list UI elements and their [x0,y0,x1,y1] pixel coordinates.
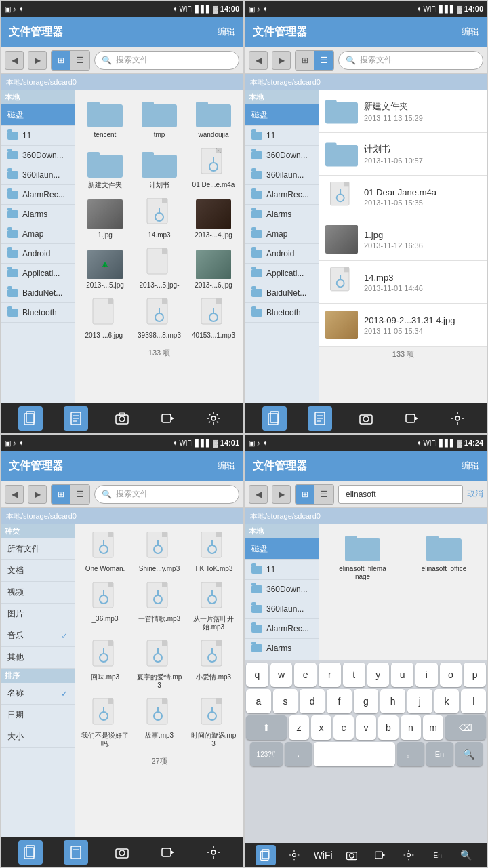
list-view-button[interactable]: ☰ [314,485,333,504]
list-item[interactable]: 计划书 [134,144,185,192]
key-shift[interactable]: ⬆ [246,715,287,740]
key-m[interactable]: m [423,715,443,740]
key-z[interactable]: z [289,715,309,740]
sidebar-item-alarmrec[interactable]: AlarmRec... [245,185,319,205]
sidebar-item-allfiles[interactable]: 所有文件 [1,538,75,560]
forward-button[interactable]: ▶ [28,485,47,504]
edit-button[interactable]: 编辑 [218,26,235,38]
list-item[interactable]: 回味.mp3 [79,637,131,692]
key-o[interactable]: o [440,663,462,687]
settings-button[interactable] [201,840,226,865]
sidebar-item-360ilaun[interactable]: 360ilaun... [1,165,75,185]
list-item[interactable]: 40153...1.mp3 [188,295,239,342]
camera-button[interactable] [110,406,134,431]
key-a[interactable]: a [246,689,271,713]
list-view-button[interactable]: ☰ [314,51,333,70]
key-y[interactable]: y [367,663,390,687]
sidebar-item-name[interactable]: 名称 ✓ [1,683,75,705]
back-button[interactable]: ◀ [5,485,24,504]
key-v[interactable]: v [356,715,376,740]
search-input-active[interactable]: elinasoft [338,485,463,504]
edit-button[interactable]: 编辑 [462,26,479,38]
sidebar-item-amap[interactable]: Amap [245,224,319,244]
sidebar-item-bluetooth[interactable]: Bluetooth [1,303,75,323]
sidebar-item-docs[interactable]: 文档 [1,560,75,582]
list-view-button[interactable]: ☰ [70,51,89,70]
key-g[interactable]: g [354,689,379,713]
key-period[interactable]: 。 [397,742,424,766]
sidebar-item-baidunet[interactable]: BaiduNet... [1,283,75,303]
edit-button[interactable]: 编辑 [462,460,479,472]
sidebar-item-360ilaun[interactable]: 360ilaun... [245,165,319,185]
back-button[interactable]: ◀ [5,51,24,70]
sidebar-item-other[interactable]: 其他 [1,647,75,669]
sidebar-item-alarms[interactable]: Alarms [245,639,319,658]
files-button[interactable] [256,845,276,865]
key-w[interactable]: w [270,663,293,687]
list-item[interactable]: 2013-...5.jpg- [134,245,185,292]
camera-button[interactable] [342,845,362,865]
grid-view-button[interactable]: ⊞ [52,51,70,70]
video-button[interactable] [370,845,390,865]
docs-button[interactable] [308,406,332,431]
sidebar-item-11[interactable]: 11 [245,560,319,580]
sidebar-item-images[interactable]: 图片 [1,604,75,625]
key-123[interactable]: 123?# [250,742,283,766]
key-u[interactable]: u [391,663,413,687]
key-k[interactable]: k [434,689,460,713]
list-item[interactable]: 2013-09-2...31.31 4.jpg 2013-11-05 15:34 [319,304,487,347]
key-p[interactable]: p [464,663,486,687]
sidebar-item-360down[interactable]: 360Down... [1,146,75,165]
sidebar-item-baidunet[interactable]: BaiduNet... [245,283,319,303]
sidebar-item-alarmrec[interactable]: AlarmRec... [1,185,75,205]
key-f[interactable]: f [327,689,352,713]
lang-button[interactable]: En [428,845,448,865]
sidebar-item-alarms[interactable]: Alarms [245,205,319,224]
list-item[interactable]: tmp [134,94,185,142]
list-item[interactable]: 从一片落叶开始.mp3 [188,578,239,634]
list-item[interactable]: elinasoft_office [405,528,483,584]
key-s[interactable]: s [273,689,298,713]
video-button[interactable] [156,840,180,865]
files-button[interactable] [18,406,43,431]
sidebar-item-size[interactable]: 大小 [1,726,75,748]
search-box[interactable]: 🔍 搜索文件 [94,485,239,504]
forward-button[interactable]: ▶ [272,51,291,70]
list-item[interactable]: TiK ToK.mp3 [188,528,239,576]
key-search[interactable]: 🔍 [455,742,483,766]
list-item[interactable]: _36.mp3 [79,578,131,634]
list-item[interactable]: tencent [79,94,131,142]
list-item[interactable]: 14.mp3 [134,195,185,242]
list-item[interactable]: 计划书 2013-11-06 10:57 [319,133,487,176]
sidebar-item-11[interactable]: 11 [245,126,319,146]
list-item[interactable]: 故事.mp3 [134,695,185,751]
docs-button[interactable] [64,406,88,431]
sidebar-item-android[interactable]: Android [245,244,319,264]
sidebar-item-video[interactable]: 视频 [1,582,75,604]
key-d[interactable]: d [300,689,325,713]
grid-view-button[interactable]: ⊞ [296,51,314,70]
sidebar-item-disk[interactable]: 磁盘 [245,104,319,126]
list-item[interactable]: 39398...8.mp3 [134,295,185,342]
key-en[interactable]: En [426,742,453,766]
sidebar-item-11[interactable]: 11 [1,126,75,146]
list-item[interactable]: 01 Dear Jane.m4a 2013-11-05 15:35 [319,176,487,218]
sidebar-item-disk[interactable]: 磁盘 [245,538,319,560]
list-item[interactable]: 1.jpg [79,195,131,242]
list-item[interactable]: 14.mp3 2013-11-01 14:46 [319,261,487,304]
list-item[interactable]: 新建文件夹 [79,144,131,192]
list-item[interactable]: 2013-...6.jpg [188,245,239,292]
search-box[interactable]: 🔍 搜索文件 [338,51,483,70]
list-item[interactable]: 2013-...6.jpg- [79,295,131,342]
list-item[interactable]: 2013-...4.jpg [188,195,239,242]
key-j[interactable]: j [407,689,432,713]
sidebar-item-applicati[interactable]: Applicati... [1,264,75,283]
sidebar-item-date[interactable]: 日期 [1,705,75,726]
sidebar-item-music[interactable]: 音乐 ✓ [1,625,75,647]
search-keyboard-button[interactable]: 🔍 [456,845,476,865]
key-r[interactable]: r [319,663,341,687]
search-box[interactable]: 🔍 搜索文件 [94,51,239,70]
forward-button[interactable]: ▶ [28,51,47,70]
list-item[interactable]: 1.jpg 2013-11-12 16:36 [319,218,487,261]
list-item[interactable]: 🌲 2013-...5.jpg [79,245,131,292]
